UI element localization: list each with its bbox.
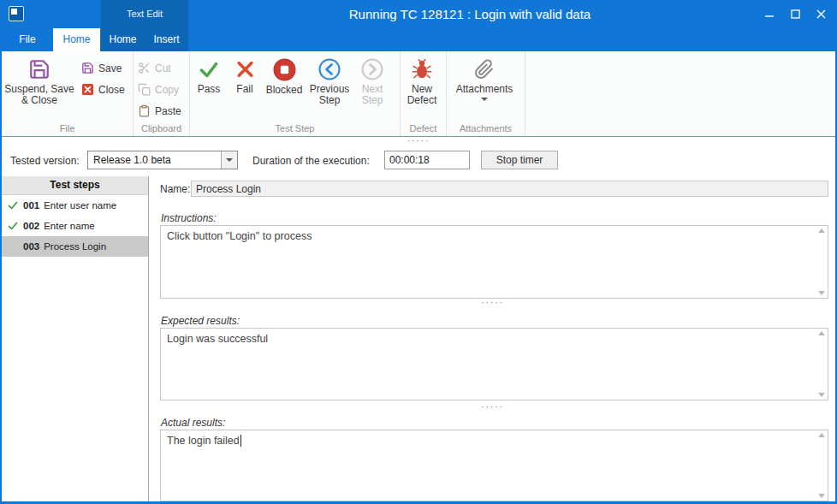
passed-check-icon	[8, 200, 23, 210]
next-step-button[interactable]: Next Step	[353, 51, 392, 106]
copy-button[interactable]: Copy	[134, 79, 186, 100]
save-floppy-icon	[28, 58, 50, 80]
scroll-up-icon[interactable]	[818, 331, 825, 335]
actual-results-box: The login failed	[160, 430, 828, 501]
save-button[interactable]: Save	[77, 57, 129, 79]
close-button[interactable]	[808, 0, 834, 28]
ribbon: Suspend, Save & Close Save Close File	[2, 51, 835, 137]
previous-step-icon	[318, 58, 341, 80]
group-label-defect: Defect	[401, 123, 446, 133]
pass-check-icon	[198, 58, 220, 80]
ribbon-group-defect: New Defect Defect	[401, 51, 447, 136]
tab-home[interactable]: Home	[53, 28, 100, 51]
duration-input[interactable]	[384, 151, 470, 169]
cut-button[interactable]: Cut	[134, 57, 186, 79]
scroll-down-icon[interactable]	[818, 494, 825, 498]
contextual-group-label: Text Edit	[101, 0, 188, 28]
group-label-file: File	[2, 123, 133, 133]
maximize-button[interactable]	[782, 0, 808, 28]
copy-icon	[138, 83, 151, 96]
step-name: Enter user name	[44, 200, 116, 210]
next-step-icon	[361, 58, 383, 80]
paste-label: Paste	[155, 105, 181, 117]
scroll-down-icon[interactable]	[818, 291, 825, 295]
attachments-dropdown-icon[interactable]	[481, 98, 488, 101]
group-label-test-step: Test Step	[190, 123, 400, 133]
scroll-up-icon[interactable]	[818, 228, 825, 233]
step-number: 003	[23, 241, 39, 252]
text-cursor	[240, 435, 241, 447]
close-document-button[interactable]: Close	[77, 79, 129, 100]
close-red-icon	[81, 83, 94, 96]
scroll-down-icon[interactable]	[818, 393, 825, 397]
paste-clipboard-icon	[138, 104, 151, 117]
blocked-button[interactable]: Blocked	[262, 51, 306, 96]
test-step-row-003[interactable]: 003 Process Login	[2, 236, 148, 257]
fail-label: Fail	[236, 84, 252, 95]
contextual-tab-group: Text Edit Home Insert	[101, 0, 188, 51]
step-number: 002	[23, 221, 39, 231]
step-name-field[interactable]	[191, 181, 828, 197]
actual-results-text: The login failed	[167, 435, 240, 447]
tested-version-combobox[interactable]: Release 1.0 beta	[87, 151, 238, 169]
execution-toolbar: Tested version: Release 1.0 beta Duratio…	[2, 145, 835, 176]
pass-button[interactable]: Pass	[190, 51, 228, 95]
test-step-row-001[interactable]: 001 Enter user name	[2, 195, 148, 216]
new-defect-button[interactable]: New Defect	[401, 51, 443, 106]
expected-results-box: Login was successful	[160, 328, 828, 400]
test-steps-panel: Test steps 001 Enter user name 002 Enter…	[2, 176, 149, 501]
pass-label: Pass	[198, 84, 221, 95]
tab-ctx-insert[interactable]: Insert	[145, 28, 188, 51]
step-name: Enter name	[44, 221, 94, 231]
blocked-stop-icon	[273, 58, 296, 81]
save-icon	[81, 62, 94, 74]
expected-results-textarea[interactable]: Login was successful	[160, 328, 828, 400]
window-controls	[757, 0, 834, 28]
ribbon-splitter-handle[interactable]: ·····	[2, 138, 835, 145]
scroll-up-icon[interactable]	[818, 433, 825, 437]
paperclip-icon	[474, 58, 495, 80]
copy-label: Copy	[155, 84, 179, 96]
blocked-label: Blocked	[266, 85, 303, 96]
minimize-button[interactable]	[757, 0, 782, 28]
file-small-buttons: Save Close	[77, 51, 129, 100]
step-name: Process Login	[44, 241, 106, 252]
tab-ctx-home[interactable]: Home	[101, 28, 145, 51]
new-defect-label: New Defect	[407, 84, 437, 106]
stop-timer-button[interactable]: Stop timer	[481, 151, 558, 169]
tested-version-label: Tested version:	[10, 155, 80, 167]
combobox-dropdown-button[interactable]	[221, 151, 237, 169]
splitter-handle[interactable]: ·····	[150, 404, 835, 411]
app-icon[interactable]	[9, 6, 24, 21]
step-detail-panel: Name: Instructions: Click button "Login"…	[150, 176, 835, 501]
fail-button[interactable]: Fail	[228, 51, 262, 95]
chevron-down-icon	[226, 158, 233, 162]
tested-version-value: Release 1.0 beta	[93, 151, 171, 169]
bug-icon	[411, 58, 433, 80]
previous-step-label: Previous Step	[310, 84, 350, 106]
scissors-icon	[138, 62, 151, 74]
test-step-row-002[interactable]: 002 Enter name	[2, 216, 148, 236]
ribbon-group-clipboard: Cut Copy Paste Clipboard	[134, 51, 190, 136]
actual-results-textarea[interactable]: The login failed	[160, 430, 828, 501]
expected-results-label: Expected results:	[161, 315, 240, 327]
actual-results-label: Actual results:	[161, 417, 225, 429]
instructions-textarea[interactable]: Click button "Login" to process	[160, 225, 828, 299]
paste-button[interactable]: Paste	[134, 100, 186, 122]
attachments-label: Attachments	[456, 84, 513, 95]
instructions-box: Click button "Login" to process	[160, 225, 828, 299]
tab-file[interactable]: File	[2, 28, 53, 51]
splitter-handle[interactable]: ·····	[150, 299, 835, 306]
previous-step-button[interactable]: Previous Step	[306, 51, 353, 106]
window-title: Running TC 128121 : Login with valid dat…	[199, 0, 741, 28]
name-label: Name:	[160, 183, 190, 195]
app-window: Running TC 128121 : Login with valid dat…	[0, 0, 837, 504]
suspend-save-close-button[interactable]: Suspend, Save & Close	[2, 51, 77, 106]
maximize-icon	[791, 9, 800, 19]
close-label: Close	[98, 84, 125, 96]
group-label-clipboard: Clipboard	[134, 123, 189, 133]
attachments-button[interactable]: Attachments	[447, 51, 522, 101]
ribbon-group-attachments: Attachments Attachments	[447, 51, 525, 136]
ribbon-group-test-step: Pass Fail Blocked Previous Step	[190, 51, 401, 136]
fail-x-icon	[234, 58, 256, 80]
